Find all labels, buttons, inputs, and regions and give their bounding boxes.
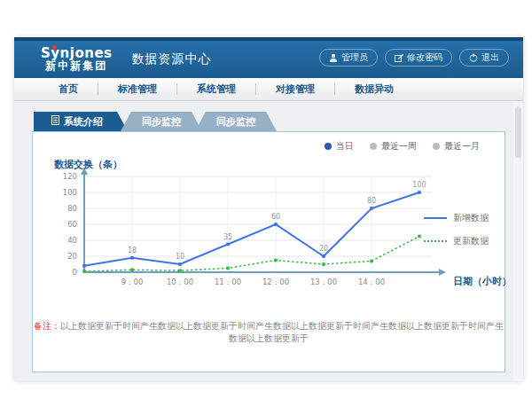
content-area: 系统介绍 同步监控 同步监控 当日 最近一周: [14, 101, 523, 381]
edit-icon: [395, 53, 403, 62]
svg-text:日期（小时）: 日期（小时）: [453, 276, 512, 287]
range-option-today[interactable]: 当日: [325, 140, 354, 153]
tab-label: 同步监控: [216, 115, 255, 129]
company-logo: Synjones 新中新集团: [41, 47, 113, 72]
blue-line-icon: [424, 217, 447, 219]
tab-label: 同步监控: [142, 115, 181, 129]
legend-item-updated-data: 更新数据: [424, 235, 489, 247]
svg-text:35: 35: [223, 233, 232, 241]
user-menu: 管理员 修改密码 退出: [319, 49, 509, 66]
green-dotted-line-icon: [424, 240, 447, 242]
svg-text:0: 0: [73, 268, 77, 277]
nav-item-system-mgmt[interactable]: 系统管理: [177, 82, 255, 96]
change-password-button[interactable]: 修改密码: [385, 49, 452, 66]
range-option-label: 最近一月: [444, 140, 480, 153]
app-window: Synjones 新中新集团 数据资源中心 管理员 修改密码 退出: [14, 37, 523, 381]
svg-text:20: 20: [319, 245, 328, 253]
svg-text:18: 18: [128, 246, 137, 254]
svg-text:10：00: 10：00: [167, 278, 193, 286]
document-icon: [51, 115, 59, 128]
range-option-label: 当日: [336, 140, 354, 153]
svg-text:13：00: 13：00: [310, 278, 337, 286]
radio-selected-icon[interactable]: [325, 143, 332, 150]
range-option-label: 最近一周: [381, 140, 417, 153]
main-nav: 首页 标准管理 系统管理 对接管理 数据异动: [14, 78, 523, 101]
nav-item-interface-mgmt[interactable]: 对接管理: [256, 82, 334, 96]
svg-text:80: 80: [367, 197, 376, 205]
nav-item-data-change[interactable]: 数据异动: [335, 82, 413, 96]
scrollbar[interactable]: [513, 101, 523, 381]
change-password-label: 修改密码: [407, 51, 442, 64]
user-icon: [329, 53, 338, 62]
footnote: 备注：以上数据更新于时间产生数据以上数据更新于时间产生数据以上数据更新于时间产生…: [33, 320, 505, 345]
legend-label: 新增数据: [453, 212, 489, 224]
svg-text:10: 10: [176, 253, 184, 261]
svg-text:12：00: 12：00: [262, 278, 289, 286]
tab-bar: 系统介绍 同步监控 同步监控: [34, 112, 505, 131]
svg-text:80: 80: [67, 204, 77, 213]
tab-system-intro[interactable]: 系统介绍: [34, 112, 128, 131]
svg-text:11：00: 11：00: [215, 278, 241, 286]
svg-text:14：00: 14：00: [358, 278, 385, 286]
svg-text:40: 40: [67, 236, 77, 245]
power-icon: [469, 53, 478, 62]
svg-text:100: 100: [63, 188, 77, 197]
svg-text:100: 100: [412, 181, 426, 189]
scrollbar-thumb[interactable]: [515, 106, 521, 158]
range-option-last-week[interactable]: 最近一周: [370, 140, 417, 153]
radio-icon[interactable]: [433, 143, 440, 150]
chart-panel: 当日 最近一周 最近一月 0204060801001209：0010：0011：…: [32, 131, 505, 372]
svg-text:60: 60: [67, 220, 77, 229]
radio-icon[interactable]: [370, 143, 377, 150]
nav-item-standard-mgmt[interactable]: 标准管理: [98, 82, 176, 96]
admin-user-label: 管理员: [341, 51, 368, 64]
logout-label: 退出: [481, 51, 499, 64]
tab-sync-monitor-1[interactable]: 同步监控: [121, 112, 202, 131]
svg-text:9：00: 9：00: [121, 278, 144, 286]
nav-item-home[interactable]: 首页: [39, 82, 98, 96]
legend-label: 更新数据: [453, 235, 489, 247]
svg-text:120: 120: [63, 172, 77, 181]
tab-label: 系统介绍: [64, 115, 103, 129]
svg-text:20: 20: [67, 252, 77, 261]
page-title: 数据资源中心: [132, 51, 212, 67]
time-range-options: 当日 最近一周 最近一月: [325, 140, 480, 153]
legend-item-new-data: 新增数据: [424, 212, 489, 224]
chart-legend: 新增数据 更新数据: [424, 212, 489, 258]
admin-user-button[interactable]: 管理员: [319, 49, 378, 66]
footnote-text: 以上数据更新于时间产生数据以上数据更新于时间产生数据以上数据更新于时间产生数据以…: [60, 321, 504, 343]
tab-sync-monitor-2[interactable]: 同步监控: [195, 112, 277, 131]
header: Synjones 新中新集团 数据资源中心 管理员 修改密码 退出: [14, 41, 523, 78]
footnote-prefix: 备注：: [34, 321, 60, 331]
range-option-last-month[interactable]: 最近一月: [433, 140, 480, 153]
svg-text:数据交换（条）: 数据交换（条）: [53, 159, 122, 170]
logout-button[interactable]: 退出: [459, 49, 509, 66]
svg-text:60: 60: [271, 213, 280, 221]
logo-text-cn: 新中新集团: [41, 60, 113, 72]
